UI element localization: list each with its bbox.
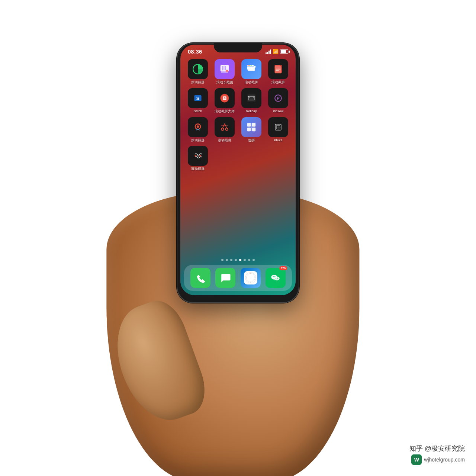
app-icon-master <box>215 88 235 108</box>
svg-point-66 <box>274 276 276 277</box>
app-item-quick[interactable]: 速拼 <box>240 117 263 142</box>
svg-rect-40 <box>247 123 251 126</box>
app-item-master[interactable]: 滚动截屏大师 <box>213 88 236 113</box>
page-dots <box>180 257 296 263</box>
app-label-stitch: Stitch <box>194 109 202 113</box>
watermark-logo-text: wjhotelgroup.com <box>424 457 465 463</box>
battery-icon <box>280 49 288 54</box>
app-icon-cut <box>215 117 235 137</box>
app-label-cut: 滚动截屏 <box>218 138 231 142</box>
notch <box>214 43 262 52</box>
app-icon-ppics <box>268 117 288 137</box>
dot-7 <box>248 259 250 261</box>
app-item-picsew[interactable]: P Picsew <box>267 88 290 113</box>
status-icons: 📶 <box>266 49 288 54</box>
signal-icon <box>266 49 271 54</box>
dot-8 <box>253 259 255 261</box>
phone-frame: 08:36 📶 <box>177 43 299 303</box>
app-label-rollcap: Rollcap <box>246 109 257 113</box>
dot-1 <box>221 259 223 261</box>
wifi-icon: 📶 <box>273 49 279 54</box>
dot-3 <box>230 259 232 261</box>
app-label-ppics: PPics <box>274 138 282 142</box>
dock: 379 <box>184 265 292 291</box>
scene: 08:36 📶 <box>99 24 377 452</box>
dot-2 <box>226 259 228 261</box>
app-item-circle[interactable]: 滚动截屏 <box>186 117 209 142</box>
svg-text:P: P <box>277 96 280 100</box>
app-label-quick: 速拼 <box>248 138 255 142</box>
dot-4 <box>235 259 237 261</box>
app-grid: 滚动截屏 <box>180 56 296 257</box>
app-icon-stitch: S <box>188 88 208 108</box>
svg-point-52 <box>194 155 196 157</box>
app-item-cut[interactable]: 滚动截屏 <box>213 117 236 142</box>
app-icon-longcap <box>215 59 235 79</box>
app-item-scroll1[interactable]: 滚动截屏 <box>186 59 209 84</box>
app-row-2: S Stitch <box>186 88 290 113</box>
svg-rect-43 <box>252 128 256 131</box>
watermark-logo-icon: W <box>411 454 422 465</box>
svg-point-11 <box>251 65 251 66</box>
app-item-scroll-blue[interactable]: 滚动截屏 <box>240 59 263 84</box>
svg-point-68 <box>277 278 278 279</box>
svg-rect-41 <box>252 123 256 126</box>
watermark-logo: W wjhotelgroup.com <box>411 454 465 465</box>
app-icon-scissors <box>188 146 208 166</box>
app-item-longcap[interactable]: 滚动长截图 <box>213 59 236 84</box>
svg-point-65 <box>273 276 274 277</box>
svg-point-10 <box>249 65 250 66</box>
app-item-ppics[interactable]: PPics <box>267 117 290 142</box>
app-icon-scroll-dark2 <box>268 59 288 79</box>
app-item-stitch[interactable]: S Stitch <box>186 88 209 113</box>
svg-point-53 <box>199 155 201 157</box>
app-icon-scroll-blue <box>241 59 261 79</box>
app-label-circle: 滚动截屏 <box>191 138 205 142</box>
app-label-longcap: 滚动长截图 <box>216 80 233 84</box>
app-icon-circle <box>188 117 208 137</box>
app-icon-rollcap <box>241 88 261 108</box>
watermark-line1: 知乎 @极安研究院 <box>409 444 465 453</box>
dot-6 <box>244 259 246 261</box>
app-label-scroll-blue: 滚动截屏 <box>245 80 258 84</box>
app-icon-picsew: P <box>268 88 288 108</box>
app-item-scissors[interactable]: 滚动截屏 <box>186 146 209 171</box>
svg-rect-56 <box>194 271 207 284</box>
status-time: 08:36 <box>188 48 202 55</box>
wechat-badge: 379 <box>279 266 287 270</box>
svg-rect-42 <box>247 128 251 131</box>
app-item-rollcap[interactable]: Rollcap <box>240 88 263 113</box>
app-item-scroll-dark2[interactable]: 滚动截屏 <box>267 59 290 84</box>
app-row-3: 滚动截屏 <box>186 117 290 142</box>
app-label-scroll-dark2: 滚动截屏 <box>271 80 285 84</box>
svg-point-67 <box>276 278 276 279</box>
svg-text:S: S <box>196 96 200 101</box>
dock-wechat[interactable]: 379 <box>266 268 286 288</box>
watermark: 知乎 @极安研究院 W wjhotelgroup.com <box>409 444 465 465</box>
app-row-1: 滚动截屏 <box>186 59 290 84</box>
app-icon-quick <box>241 117 261 137</box>
app-label-scissors: 滚动截屏 <box>191 167 205 171</box>
svg-point-23 <box>224 98 225 99</box>
app-label-picsew: Picsew <box>273 109 284 113</box>
app-label-master: 滚动截屏大师 <box>215 109 235 113</box>
screen: 08:36 📶 <box>180 45 296 295</box>
dock-safari[interactable] <box>241 268 261 288</box>
app-row-4: 滚动截屏 <box>186 146 290 171</box>
app-icon-scroll1 <box>188 59 208 79</box>
svg-point-33 <box>197 125 199 128</box>
app-label-scroll1: 滚动截屏 <box>191 80 205 84</box>
dot-5 <box>239 259 241 261</box>
dock-messages[interactable] <box>215 268 235 288</box>
svg-point-9 <box>248 65 248 66</box>
dock-phone[interactable] <box>190 268 210 288</box>
